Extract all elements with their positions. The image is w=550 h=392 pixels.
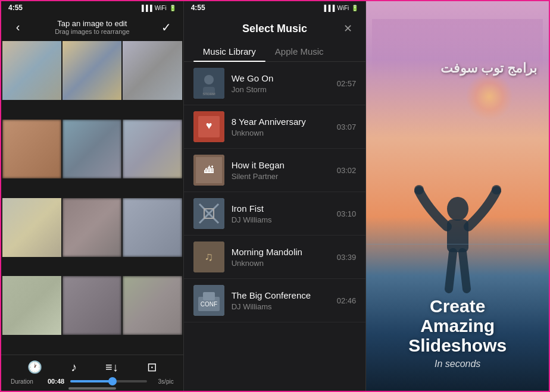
photo-grid <box>1 40 183 355</box>
duration-icon-item[interactable]: 🕐 <box>27 360 42 374</box>
photo-cell-3[interactable] <box>123 41 182 100</box>
status-bar-2: 4:55 ▐▐▐ WiFi 🔋 <box>184 1 366 14</box>
toolbar-icons-row: 🕐 ♪ ≡↓ ⊡ <box>1 360 183 374</box>
music-header: Select Music ✕ <box>184 14 366 42</box>
svg-point-23 <box>492 185 501 195</box>
svg-text:🏙: 🏙 <box>204 165 214 175</box>
status-icons-1: ▐▐▐ WiFi 🔋 <box>139 5 176 11</box>
music-thumb-1: STORM <box>193 68 224 99</box>
svg-text:STORM: STORM <box>202 92 215 96</box>
music-artist-3: Silent Partner <box>232 172 337 181</box>
music-artist-2: Unknown <box>232 128 337 137</box>
music-info-4: Iron Fist DJ Williams <box>232 203 337 225</box>
sun-glow <box>465 73 513 120</box>
music-item-6[interactable]: CONF The Big Conference DJ Williams 02:4… <box>184 279 366 322</box>
battery-icon: 🔋 <box>169 5 176 11</box>
editor-instruction-line1: Tap an image to edit <box>26 19 158 28</box>
photo-cell-2[interactable] <box>62 41 121 100</box>
promo-line3: Slideshows <box>378 335 537 355</box>
promo-line2: Amazing <box>378 316 537 335</box>
music-name-6: The Big Conference <box>232 290 337 302</box>
music-thumb-2: ♥ <box>193 111 224 142</box>
photo-editor-panel: 4:55 ▐▐▐ WiFi 🔋 ‹ Tap an image to edit D… <box>1 1 184 392</box>
music-selection-panel: 4:55 ▐▐▐ WiFi 🔋 Select Music ✕ Music Lib… <box>184 1 367 392</box>
music-item-5[interactable]: ♫ Morning Mandolin Unknown 03:39 <box>184 236 366 279</box>
svg-text:CONF: CONF <box>201 301 217 308</box>
music-thumb-3: 🏙 <box>193 155 224 186</box>
battery-icon-2: 🔋 <box>351 5 358 11</box>
layout-icon-item[interactable]: ⊡ <box>147 360 157 374</box>
status-bar-1: 4:55 ▐▐▐ WiFi 🔋 <box>1 1 183 14</box>
bottom-toolbar: 🕐 ♪ ≡↓ ⊡ Duration 00:48 3s/pic <box>1 355 183 392</box>
slider-fill <box>70 380 112 382</box>
layout-icon: ⊡ <box>147 360 157 374</box>
status-icons-2: ▐▐▐ WiFi 🔋 <box>322 5 358 11</box>
music-tab-bar: Music Library Apple Music <box>184 42 366 62</box>
music-icon-item[interactable]: ♪ <box>71 360 77 374</box>
music-duration-3: 03:02 <box>337 166 357 175</box>
music-item-2[interactable]: ♥ 8 Year Anniversary Unknown 03:07 <box>184 105 366 149</box>
music-name-2: 8 Year Anniversary <box>232 116 337 128</box>
horizon-line <box>366 244 549 244</box>
duration-label: Duration <box>11 378 42 385</box>
photo-cell-7[interactable] <box>2 198 61 257</box>
music-artist-4: DJ Williams <box>232 215 337 224</box>
svg-text:♥: ♥ <box>205 120 212 131</box>
music-name-3: How it Began <box>232 159 337 171</box>
slider-thumb[interactable] <box>108 377 117 385</box>
music-item-1[interactable]: STORM We Go On Jon Storm 02:57 <box>184 62 366 105</box>
music-artist-1: Jon Storm <box>232 85 337 94</box>
speed-label: 3s/pic <box>153 378 174 385</box>
music-info-2: 8 Year Anniversary Unknown <box>232 116 337 138</box>
svg-rect-18 <box>203 292 215 300</box>
promo-panel: برامج توب سوفت Create Amazing Slideshows… <box>366 1 549 392</box>
photo-cell-12[interactable] <box>123 276 182 335</box>
photo-cell-11[interactable] <box>62 276 121 335</box>
arabic-brand-text: برامج توب سوفت <box>440 61 537 76</box>
person-silhouette <box>404 173 511 304</box>
tab-music-library[interactable]: Music Library <box>193 42 265 61</box>
duration-row: Duration 00:48 3s/pic <box>1 378 183 385</box>
photo-cell-8[interactable] <box>62 198 121 257</box>
transition-icon-item[interactable]: ≡↓ <box>105 360 118 374</box>
duration-value: 00:48 <box>48 378 64 385</box>
transition-icon: ≡↓ <box>105 360 118 374</box>
promo-main-text: Create Amazing Slideshows <box>378 296 537 355</box>
svg-text:♫: ♫ <box>204 250 213 263</box>
photo-cell-9[interactable] <box>123 198 182 257</box>
music-duration-1: 02:57 <box>337 79 357 88</box>
photo-cell-10[interactable] <box>2 276 61 335</box>
music-item-3[interactable]: 🏙 How it Began Silent Partner 03:02 <box>184 149 366 192</box>
close-button[interactable]: ✕ <box>339 20 356 37</box>
music-list: STORM We Go On Jon Storm 02:57 ♥ 8 Year … <box>184 62 366 392</box>
music-duration-2: 03:07 <box>337 123 357 131</box>
music-thumb-5: ♫ <box>193 242 224 272</box>
photo-cell-1[interactable] <box>2 41 61 100</box>
promo-line1: Create <box>378 296 537 316</box>
music-item-4[interactable]: Iron Fist DJ Williams 03:10 <box>184 192 366 236</box>
music-info-6: The Big Conference DJ Williams <box>232 290 337 312</box>
music-artist-6: DJ Williams <box>232 302 337 311</box>
music-info-1: We Go On Jon Storm <box>232 73 337 95</box>
tab-apple-music[interactable]: Apple Music <box>265 42 333 61</box>
music-thumb-4 <box>193 198 224 229</box>
wifi-icon-2: WiFi <box>337 5 349 11</box>
editor-header-text: Tap an image to edit Drag images to rear… <box>26 19 158 35</box>
photo-cell-5[interactable] <box>62 120 121 178</box>
clock-icon: 🕐 <box>27 360 42 374</box>
confirm-button[interactable]: ✓ <box>158 20 175 35</box>
svg-point-20 <box>447 197 468 221</box>
photo-cell-4[interactable] <box>2 120 61 178</box>
photo-cell-6[interactable] <box>123 120 182 178</box>
editor-instruction-line2: Drag images to rearrange <box>26 28 158 35</box>
duration-slider[interactable] <box>70 380 147 382</box>
status-time-2: 4:55 <box>191 4 205 12</box>
music-thumb-6: CONF <box>193 285 224 316</box>
status-time-1: 4:55 <box>8 4 23 12</box>
music-panel-title: Select Music <box>210 23 340 35</box>
music-artist-5: Unknown <box>232 259 337 268</box>
back-button[interactable]: ‹ <box>10 20 26 34</box>
svg-point-1 <box>204 75 214 84</box>
music-name-1: We Go On <box>232 73 337 84</box>
music-icon: ♪ <box>71 360 77 374</box>
